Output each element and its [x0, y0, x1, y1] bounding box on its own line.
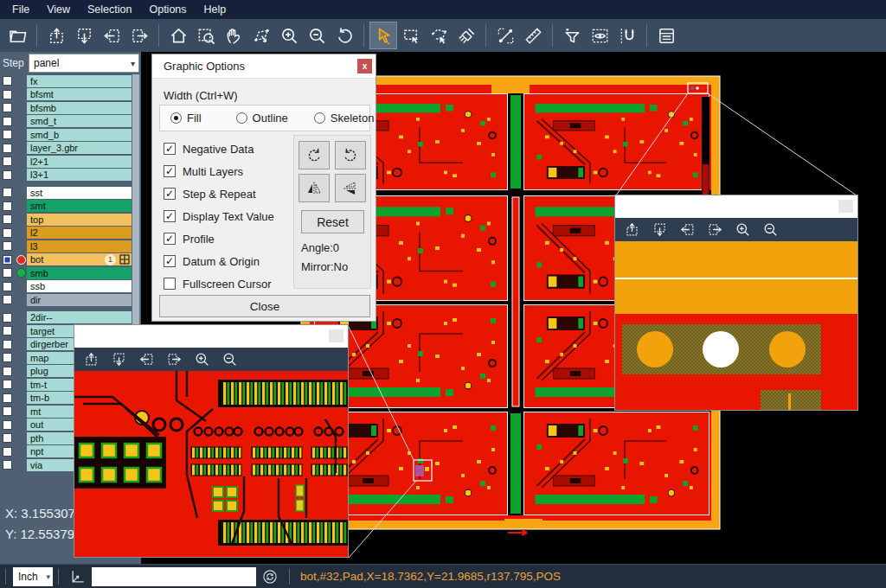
layer-row-2dir[interactable]: 2dir-- [0, 311, 132, 325]
close-button[interactable]: Close [159, 295, 370, 317]
home-view-button[interactable] [164, 22, 192, 49]
check-multi-layers[interactable]: ✓Multi Layers [164, 160, 274, 182]
view-options-button[interactable] [586, 22, 613, 49]
radio-outline[interactable]: Outline [236, 112, 288, 125]
layer-row-fx[interactable]: fx [0, 74, 132, 88]
layer-checkbox[interactable] [3, 157, 12, 166]
layer-row-smt[interactable]: smt [0, 200, 132, 214]
layer-checkbox[interactable] [3, 268, 12, 278]
pan-right-icon[interactable] [166, 351, 183, 368]
layer-row-sst[interactable]: sst [0, 186, 132, 200]
layer-checkbox[interactable] [3, 326, 12, 336]
layer-checkbox[interactable] [3, 76, 12, 86]
mirror-horizontal-button[interactable] [299, 174, 330, 202]
radio-fill[interactable]: Fill [170, 112, 202, 125]
rotate-cw-button[interactable] [299, 141, 330, 169]
pan-left-icon[interactable] [138, 351, 155, 368]
measure-distance-button[interactable] [491, 22, 519, 49]
check-step-repeat[interactable]: ✓Step & Repeat [164, 182, 274, 205]
zoom-previous-button[interactable] [331, 22, 358, 49]
menu-options[interactable]: Options [140, 0, 195, 19]
snap-magnet-button[interactable] [613, 22, 641, 49]
pan-up-icon[interactable] [83, 351, 100, 368]
layer-checkbox[interactable] [3, 170, 12, 180]
layer-checkbox[interactable] [3, 380, 12, 389]
zoom-object-button[interactable] [247, 22, 275, 49]
pan-up-icon[interactable] [624, 221, 640, 238]
layer-row-bfsmb[interactable]: bfsmb [0, 101, 132, 115]
pan-left-button[interactable] [98, 22, 125, 49]
radio-skeleton[interactable]: Skeleton [314, 112, 375, 125]
layer-checkbox[interactable] [3, 130, 12, 139]
popup-menu-button[interactable] [329, 329, 343, 342]
magnified-pcb-view[interactable] [74, 371, 348, 557]
layer-row-smb[interactable]: smb [0, 266, 132, 280]
ruler-button[interactable] [519, 22, 547, 49]
corner-origin-icon[interactable] [69, 568, 87, 585]
rotate-ccw-button[interactable] [335, 141, 366, 169]
layer-checkbox[interactable] [3, 406, 12, 416]
scrollbar-thumb[interactable] [132, 74, 139, 325]
layer-row-dir[interactable]: dir [0, 293, 132, 307]
pan-down-icon[interactable] [111, 351, 127, 368]
layer-row-l2+1[interactable]: l2+1 [0, 155, 132, 169]
layer-checkbox[interactable] [3, 460, 12, 470]
layer-checkbox[interactable] [3, 117, 12, 126]
check-datum-origin[interactable]: ✓Datum & Origin [164, 250, 274, 272]
layer-checkbox[interactable] [3, 188, 12, 197]
zoom-out-button[interactable] [303, 22, 331, 49]
step-select[interactable]: panel▾ [29, 54, 139, 73]
layer-checkbox[interactable] [3, 420, 12, 430]
layer-checkbox[interactable] [3, 447, 12, 457]
select-polygon-button[interactable] [425, 22, 453, 49]
popup-title-bar[interactable] [615, 195, 857, 218]
layer-row-bot[interactable]: bot 1 [0, 253, 132, 267]
menu-file[interactable]: File [3, 0, 38, 19]
select-rect-button[interactable] [397, 22, 425, 49]
zoom-window-button[interactable] [192, 22, 220, 49]
layer-row-smd_b[interactable]: smd_b [0, 128, 132, 142]
menu-selection[interactable]: Selection [79, 0, 140, 19]
grid-icon[interactable] [119, 254, 130, 265]
layer-checkbox[interactable] [3, 313, 12, 323]
pan-left-icon[interactable] [679, 221, 696, 238]
menu-view[interactable]: View [38, 0, 79, 19]
layer-row-l3[interactable]: l3 [0, 240, 132, 253]
layer-row-top[interactable]: top [0, 213, 132, 227]
check-profile[interactable]: ✓Profile [164, 227, 274, 250]
unit-select[interactable]: Inch▾ [13, 567, 53, 586]
layer-checkbox[interactable] [3, 353, 12, 362]
pan-down-button[interactable] [70, 22, 98, 49]
pan-down-icon[interactable] [652, 221, 668, 238]
magnified-pcb-view[interactable] [615, 241, 857, 410]
clean-brush-button[interactable] [453, 22, 480, 49]
layer-checkbox-selected[interactable] [3, 255, 12, 265]
reset-button[interactable]: Reset [301, 210, 364, 233]
popup-menu-button[interactable] [838, 200, 853, 213]
layer-checkbox[interactable] [3, 214, 12, 224]
layer-checkbox[interactable] [3, 393, 12, 403]
layer-row-l3+1[interactable]: l3+1 [0, 169, 132, 182]
filter-button[interactable] [558, 22, 586, 49]
layer-checkbox[interactable] [3, 241, 12, 251]
layer-row-bfsmt[interactable]: bfsmt [0, 88, 132, 102]
dialog-title-bar[interactable]: Graphic Options [152, 54, 376, 79]
popup-title-bar[interactable] [74, 325, 348, 348]
zoom-in-icon[interactable] [194, 351, 210, 368]
pan-right-button[interactable] [125, 22, 153, 49]
check-negative-data[interactable]: ✓Negative Data [164, 137, 274, 160]
layer-row-ssb[interactable]: ssb [0, 280, 132, 294]
menu-help[interactable]: Help [196, 0, 235, 19]
layer-checkbox[interactable] [3, 433, 12, 443]
layer-checkbox[interactable] [3, 282, 12, 291]
open-file-button[interactable] [3, 22, 31, 49]
zoom-out-icon[interactable] [762, 221, 779, 238]
layer-row-layer_3[interactable]: layer_3.gbr [0, 142, 132, 156]
command-input[interactable] [92, 567, 256, 586]
pan-up-button[interactable] [42, 22, 70, 49]
select-cursor-button[interactable] [369, 22, 397, 49]
mirror-vertical-button[interactable] [335, 174, 366, 202]
pan-right-icon[interactable] [707, 221, 723, 238]
zoom-in-icon[interactable] [735, 221, 751, 238]
pan-hand-button[interactable] [220, 22, 247, 49]
